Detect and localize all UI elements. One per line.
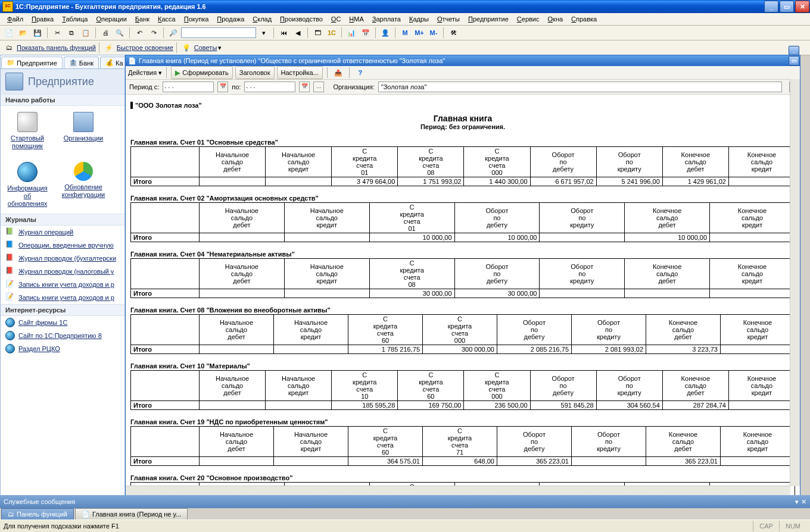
icon-config-update[interactable]: Обновление конфигурации	[60, 162, 107, 208]
journal-link[interactable]: 📝Запись книги учета доходов и р	[1, 278, 124, 291]
menu-нма[interactable]: НМА	[345, 14, 367, 24]
journal-link[interactable]: 📘Операции, введенные вручную	[1, 239, 124, 252]
m-plus-button[interactable]: M+	[413, 26, 426, 39]
period-select-icon[interactable]: …	[313, 82, 324, 92]
internet-link[interactable]: Раздел РЦКО	[1, 342, 124, 355]
calc-icon[interactable]: 📊	[345, 26, 358, 39]
minimize-button[interactable]: _	[764, 1, 778, 12]
journal-link[interactable]: 📕Журнал проводок (бухгалтерски	[1, 252, 124, 265]
tab-bank[interactable]: 🏦 Банк	[64, 57, 99, 68]
calendar-from-icon[interactable]: 📅	[217, 82, 228, 92]
tools-icon[interactable]: 🛠	[447, 26, 460, 39]
internet-link[interactable]: Сайт фирмы 1С	[1, 316, 124, 329]
copy-icon[interactable]: ⧉	[65, 26, 78, 39]
panel-tabs: 📁 Предприятие 🏦 Банк 💰 Ка	[1, 55, 124, 69]
menubar: ФайлПравкаТаблицаОперацииБанкКассаПокупк…	[0, 13, 810, 26]
show-panel-button[interactable]: Показать панель функций	[17, 44, 96, 51]
globe-icon	[5, 318, 15, 327]
paste-icon[interactable]: 📋	[79, 26, 92, 39]
menu-кадры[interactable]: Кадры	[406, 14, 432, 24]
menu-окна[interactable]: Окна	[544, 14, 567, 24]
task-panel-functions[interactable]: 🗂 Панель функций	[1, 508, 74, 520]
menu-ос[interactable]: ОС	[328, 14, 345, 24]
redo-icon[interactable]: ↷	[147, 26, 160, 39]
tab-enterprise[interactable]: 📁 Предприятие	[1, 57, 63, 68]
service-collapse-icon[interactable]: ▾	[795, 498, 799, 506]
app-icon: 1C	[2, 1, 13, 12]
journal-icon: 📝	[5, 280, 15, 289]
service-close-icon[interactable]: ✕	[801, 498, 806, 506]
menu-справка[interactable]: Справка	[568, 14, 600, 24]
nav-prev-icon[interactable]: ◀	[291, 26, 304, 39]
m-button[interactable]: M	[398, 26, 412, 39]
inner-help-icon[interactable]: ?	[354, 66, 367, 79]
menu-зарплата[interactable]: Зарплата	[369, 14, 404, 24]
new-icon[interactable]: 📄	[2, 26, 15, 39]
m-minus-button[interactable]: M-	[427, 26, 440, 39]
search-input[interactable]	[181, 27, 256, 38]
menu-банк[interactable]: Банк	[132, 14, 153, 24]
help-icon[interactable]: 1C	[325, 26, 338, 39]
form-button[interactable]: ▶Сформировать	[171, 66, 233, 79]
calendar-icon[interactable]: 📅	[359, 26, 372, 39]
ledger-title: Главная книга. Счет 08 "Вложения во внео…	[130, 306, 795, 314]
menu-операции[interactable]: Операции	[92, 14, 130, 24]
search-go-icon[interactable]: ▾	[257, 26, 270, 39]
header-button[interactable]: Заголовок	[235, 66, 275, 79]
quickstart-button[interactable]: Быстрое освоение	[117, 44, 173, 51]
print-icon[interactable]: 🖨	[99, 26, 112, 39]
org-input[interactable]: "Золотая лоза"	[378, 82, 782, 92]
panel-icon[interactable]: 🗂	[2, 41, 15, 54]
icon-update-info[interactable]: Информация об обновлениях	[4, 162, 51, 208]
task-main-ledger[interactable]: 📄 Главная книга (Период не у...	[75, 508, 188, 520]
menu-таблица[interactable]: Таблица	[58, 14, 91, 24]
menu-склад[interactable]: Склад	[249, 14, 275, 24]
save-icon[interactable]: 💾	[31, 26, 44, 39]
menu-покупка[interactable]: Покупка	[180, 14, 213, 24]
preview-icon[interactable]: 🔍	[113, 26, 126, 39]
menu-предприятие[interactable]: Предприятие	[465, 14, 512, 24]
enterprise-icon	[5, 73, 23, 90]
inner-maximize-button[interactable]: ▭	[789, 56, 799, 65]
internet-link[interactable]: Сайт по 1С:Предприятию 8	[1, 329, 124, 342]
dropdown-icon[interactable]: ▾	[218, 44, 222, 52]
menu-продажа[interactable]: Продажа	[213, 14, 248, 24]
menu-файл[interactable]: Файл	[4, 14, 27, 24]
period-to-input[interactable]: . . .	[244, 82, 295, 92]
tips-button[interactable]: Советы	[194, 44, 217, 51]
tab-cash[interactable]: 💰 Ка	[100, 57, 125, 68]
menu-сервис[interactable]: Сервис	[513, 14, 543, 24]
icon-organizations[interactable]: Организации	[60, 112, 107, 150]
undo-icon[interactable]: ↶	[133, 26, 146, 39]
journal-icon: 📕	[5, 267, 15, 276]
ledger-table: НачальноесальдодебетНачальноесальдокреди…	[130, 202, 795, 242]
menu-правка[interactable]: Правка	[28, 14, 57, 24]
menu-производство[interactable]: Производство	[276, 14, 326, 24]
nav-first-icon[interactable]: ⏮	[277, 26, 290, 39]
journal-link[interactable]: 📝Запись книги учета доходов и р	[1, 291, 124, 304]
period-from-input[interactable]: . . .	[163, 82, 214, 92]
calendar-to-icon[interactable]: 📅	[299, 82, 310, 92]
ledger-table: НачальноесальдодебетНачальноесальдокреди…	[130, 258, 795, 298]
windows-icon[interactable]: 🗔	[311, 26, 324, 39]
params-row: Период с: . . . 📅 по: . . . 📅 … Организа…	[126, 80, 800, 95]
export-icon[interactable]: 📤	[332, 66, 345, 79]
open-icon[interactable]: 📂	[17, 26, 30, 39]
journal-link[interactable]: 📕Журнал проводок (налоговый у	[1, 265, 124, 278]
inner-minimize-button[interactable]: _	[789, 46, 799, 55]
journal-link[interactable]: 📗Журнал операций	[1, 226, 124, 239]
actions-menu[interactable]: Действия ▾	[128, 69, 162, 77]
menu-касса[interactable]: Касса	[154, 14, 179, 24]
cut-icon[interactable]: ✂	[51, 26, 64, 39]
icon-start-wizard[interactable]: Стартовый помощник	[4, 112, 51, 150]
find-icon[interactable]: 🔎	[167, 26, 180, 39]
maximize-button[interactable]: ▭	[780, 1, 794, 12]
tips-icon[interactable]: 💡	[180, 41, 193, 54]
vertical-scrollbar[interactable]	[790, 79, 800, 486]
menu-отчеты[interactable]: Отчеты	[434, 14, 463, 24]
quickstart-icon[interactable]: ⚡	[102, 41, 116, 54]
settings-button[interactable]: Настройка...	[277, 66, 323, 79]
horizontal-scrollbar[interactable]	[126, 486, 790, 496]
user-icon[interactable]: 👤	[379, 26, 392, 39]
close-button[interactable]: ✕	[795, 1, 809, 12]
